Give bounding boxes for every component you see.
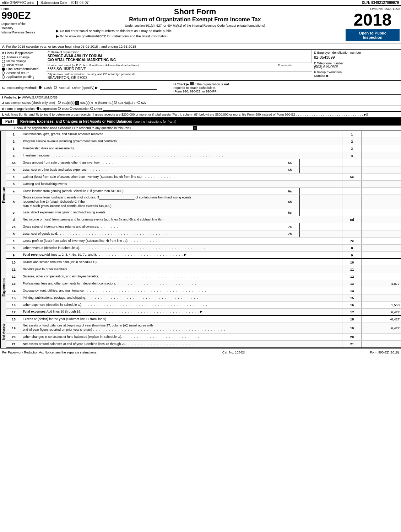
row-line-num: 19 <box>342 323 362 333</box>
other-org-input[interactable] <box>103 107 131 111</box>
accrual-label: Accrual <box>59 86 70 90</box>
row-line-num <box>342 159 362 166</box>
section-a-row: A For the 2018 calendar year, or tax yea… <box>0 43 401 50</box>
short-form-title: Short Form <box>49 7 341 16</box>
final-return-radio[interactable] <box>2 68 5 71</box>
l-text: Add lines 5b, 6c, and 7b to line 9 to de… <box>5 113 296 116</box>
row-description: Gaming and fundraising events <box>21 181 342 187</box>
section-a-text: For the 2018 calendar year, or tax year … <box>6 44 98 48</box>
table-row: 21 Net assets or fund balances at end of… <box>6 341 401 348</box>
dept-line3: Internal Revenue Service <box>1 31 44 35</box>
other-org-radio[interactable] <box>90 107 93 110</box>
row-description: Other expenses (describe in Schedule O) … <box>21 302 342 308</box>
trust-label: Trust <box>61 107 69 111</box>
room-label: Room/suite <box>278 64 310 67</box>
row-value <box>362 259 401 266</box>
row-line-num: 21 <box>342 341 362 347</box>
org-name-row: C Name of organization SERVICE AVAILABIL… <box>46 50 312 63</box>
row-description: Net assets or fund balances at end of ye… <box>21 341 342 347</box>
f-number-label: Number <box>314 74 325 78</box>
form-id: 990EZ <box>1 11 44 21</box>
website-value: WWW.SAFORUM.ORG <box>22 95 58 99</box>
revenue-side-label: Revenue <box>0 131 6 259</box>
name-change-label: Name change <box>6 59 26 63</box>
table-row: 2 Program service revenue including gove… <box>6 138 401 145</box>
go-to: ▶ Go to www.irs.gov/Form990EZ for instru… <box>49 33 341 39</box>
part-i-header: Part I Revenue, Expenses, and Changes in… <box>0 118 401 126</box>
table-row: 11 Benefits paid to or for members . . .… <box>6 266 401 273</box>
j-label: J <box>2 101 4 105</box>
row-description: Total expenses. Add lines 10 through 16 … <box>21 309 342 315</box>
501c3-label: 501(c)(3) <box>61 101 75 105</box>
4947-radio[interactable] <box>114 101 117 104</box>
row-description: Gross income from gaming (attach Schedul… <box>21 188 280 195</box>
cash-radio[interactable] <box>39 86 42 89</box>
footer: For Paperwork Reduction Act Notice, see … <box>0 349 401 356</box>
sub-line-num: 5a <box>280 159 300 166</box>
row-description: Benefits paid to or for members . . . . … <box>21 266 342 273</box>
amended-return-radio[interactable] <box>2 71 5 75</box>
section-a-label: A <box>2 44 5 48</box>
row-value <box>362 294 401 301</box>
row-line-num: 16 <box>342 302 362 308</box>
check-name-change: Name change <box>2 59 44 63</box>
h-checkbox[interactable] <box>190 82 194 85</box>
association-radio[interactable] <box>70 107 72 110</box>
check-final-return: Final return/terminated <box>2 67 44 71</box>
accrual-radio[interactable] <box>54 86 57 89</box>
initial-return-radio[interactable] <box>2 64 5 67</box>
h-text3: (Form 990, 990-EZ, or 990-PF). <box>173 90 229 93</box>
table-row: 12 Salaries, other compensation, and emp… <box>6 273 401 280</box>
row-value <box>362 266 401 273</box>
net-assets-section: Net Assets 18 Excess or (deficit) for th… <box>0 316 401 348</box>
name-change-radio[interactable] <box>2 60 5 63</box>
row-line-num: 4 <box>342 152 362 159</box>
open-public-label: Open to PublicInspection <box>346 29 400 41</box>
sub-line-num: 6b <box>280 195 300 209</box>
other-input[interactable] <box>100 86 157 90</box>
501c6-label: 501(c)( 6 ◄ (insert no.) <box>80 101 113 105</box>
table-row: c Gain or (loss) from sale of assets oth… <box>6 174 401 181</box>
row-value <box>362 287 401 294</box>
501c3-radio[interactable] <box>58 101 61 104</box>
row-value <box>362 181 401 187</box>
under-section: Under section 501(c), 527, or 4947(a)(1)… <box>49 24 341 27</box>
revenue-section: Revenue 1 Contributions, gifts, grants, … <box>0 131 401 259</box>
l-label: L <box>2 113 4 116</box>
trust-radio[interactable] <box>58 107 61 110</box>
initial-return-label: Initial return <box>6 63 23 67</box>
room-cell: Room/suite <box>276 63 312 71</box>
row-line-num: 15 <box>342 294 362 301</box>
row-description: Gross income from fundraising events (no… <box>21 195 280 209</box>
row-value-19: 6,427 <box>362 323 401 333</box>
sub-line-num: 6a <box>280 188 300 195</box>
501c6-checkbox[interactable] <box>75 101 79 105</box>
527-radio[interactable] <box>137 101 140 104</box>
table-row: 15 Printing, publications, postage, and … <box>6 294 401 302</box>
year-display: 2018 <box>354 11 392 28</box>
row-description: Membership dues and assessments . . . . … <box>21 145 342 152</box>
row-number: 9 <box>6 252 21 258</box>
j-text: Tax-exempt status (check only one) - <box>5 101 57 105</box>
return-title: Return of Organization Exempt From Incom… <box>49 16 341 23</box>
row-value <box>362 195 401 209</box>
corporation-radio[interactable] <box>37 107 39 110</box>
table-row: 5a Gross amount from sale of assets othe… <box>6 159 401 166</box>
row-value <box>362 216 401 223</box>
l-dots: . . . . . . . . . . . . . . . . . . . . … <box>296 113 368 116</box>
row-line-num <box>342 188 362 195</box>
ein-block: D Employer identification number 82-0543… <box>312 50 401 80</box>
row-description: Gross sales of inventory, less returns a… <box>21 223 280 230</box>
row-number: 21 <box>6 341 21 347</box>
row-description: Contributions, gifts, grants, and simila… <box>21 131 342 138</box>
4947-label: 4947(a)(1) or <box>118 101 137 105</box>
row-line-num: 9 <box>342 252 362 258</box>
g-label: G <box>2 86 5 90</box>
row-number: 1 <box>6 131 21 138</box>
form-org-row: K Form of organization: Corporation Trus… <box>0 106 401 112</box>
part-check-checkbox[interactable] <box>193 126 197 130</box>
application-pending-radio[interactable] <box>2 75 5 79</box>
address-change-radio[interactable] <box>2 56 5 59</box>
dept-line2: Treasury <box>1 26 44 31</box>
right-header: OMB No. 1545-1150 2018 Open to PublicIns… <box>344 6 401 43</box>
